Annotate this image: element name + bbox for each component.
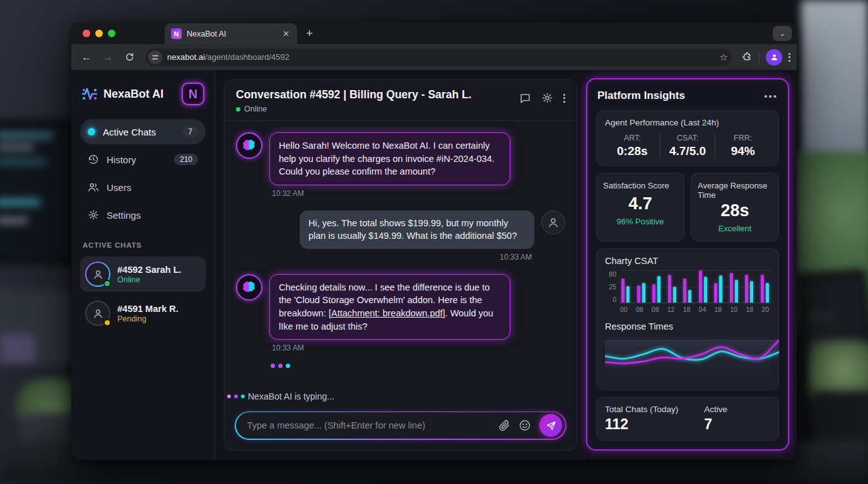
active-chats-section-label: ACTIVE CHATS <box>83 241 203 249</box>
close-window-button[interactable] <box>83 30 90 37</box>
line-chart-title: Response Times <box>605 321 770 331</box>
sidebar-item-active-chats[interactable]: Active Chats 7 <box>80 119 206 144</box>
tab-search-chevron-icon[interactable]: ⌄ <box>773 26 792 41</box>
bot-brain-avatar <box>236 274 262 301</box>
bookmark-star-icon[interactable]: ☆ <box>720 52 728 63</box>
bar-group <box>621 279 630 302</box>
bot-message: Hello Sarah! Welcome to NexaBot AI. I ca… <box>236 132 565 205</box>
charts-card: Charty CSAT 80250 00080812180418101820 R… <box>596 248 779 390</box>
response-times-line-chart <box>605 336 770 375</box>
chat-status: Pending <box>117 314 179 323</box>
browser-toolbar: ← → nexabot.ai/agent/dashboard/4592 ☆ <box>71 44 797 70</box>
conversation-menu-icon[interactable] <box>563 94 565 103</box>
bar-group <box>668 275 676 302</box>
lower-left-monitor <box>0 290 76 366</box>
bar <box>766 283 769 302</box>
conversation-settings-icon[interactable] <box>541 92 553 104</box>
csat-bar-chart: 80250 <box>605 270 770 303</box>
browser-tab[interactable]: N NexaBot AI ✕ <box>165 23 297 44</box>
toolbar-right <box>739 49 790 66</box>
bar-chart-y-tick: 0 <box>605 296 616 303</box>
conversation-status: Online <box>244 105 267 113</box>
bar <box>750 281 753 302</box>
emoji-icon[interactable] <box>519 419 531 432</box>
minimize-window-button[interactable] <box>95 30 103 37</box>
chat-list-item-4591[interactable]: #4591 Mark R. Pending <box>80 296 206 331</box>
history-badge: 210 <box>174 154 198 165</box>
logo-row: NexaBot AI N <box>81 83 204 105</box>
new-tab-button[interactable]: + <box>306 26 313 44</box>
avatar-mark <box>85 301 110 326</box>
user-message: Hi, yes. The total shows $199.99, but my… <box>236 210 565 269</box>
n-logo-badge: N <box>182 83 204 105</box>
stat-csat: CSAT: 4.7/5.0 <box>660 134 715 158</box>
bar-chart-x-tick: 12 <box>667 306 675 313</box>
user-avatar <box>541 210 565 234</box>
bar-chart-x-tick: 00 <box>620 306 628 313</box>
back-button[interactable]: ← <box>78 49 95 66</box>
bar-chart-x-tick: 18 <box>746 306 753 313</box>
satisfaction-sub: 96% Positive <box>603 217 677 226</box>
bar <box>745 275 748 302</box>
url-bar[interactable]: nexabot.ai/agent/dashboard/4592 ☆ <box>146 49 732 66</box>
sidebar-item-settings[interactable]: Settings <box>80 202 206 228</box>
bar-chart-x-tick: 08 <box>652 306 659 313</box>
site-info-icon[interactable] <box>148 50 162 64</box>
bar <box>652 284 655 302</box>
send-button[interactable] <box>539 414 562 437</box>
bot-brain-avatar <box>236 132 262 159</box>
bar-group <box>652 276 660 302</box>
pulse-logo-icon <box>81 86 98 102</box>
composer <box>225 408 577 450</box>
browser-window: N NexaBot AI ✕ + ⌄ ← → nexabot.ai <box>71 23 797 460</box>
maximize-window-button[interactable] <box>108 30 115 37</box>
sidebar: NexaBot AI N Active Chats 7 History 210 <box>71 70 215 460</box>
bar-group <box>745 275 753 302</box>
app-name: NexaBot AI <box>103 88 176 101</box>
chat-bubble-icon[interactable] <box>519 92 531 104</box>
conversation-card: Conversation #4592 | Billing Query - Sar… <box>224 79 577 451</box>
timestamp: 10:33 AM <box>272 343 508 352</box>
agent-performance-card: Agent Performance (Last 24h) ART: 0:28s … <box>596 110 779 166</box>
sidebar-item-history[interactable]: History 210 <box>80 147 206 172</box>
attachment-link[interactable]: [Attachment: breakdown.pdf] <box>329 308 445 318</box>
bar <box>657 276 660 302</box>
typing-indicator: NexaBot AI is typing... <box>225 375 577 408</box>
conversation-title: Conversation #4592 | Billing Query - Sar… <box>236 88 519 101</box>
bar-group <box>730 273 738 302</box>
timestamp: 10:32 AM <box>272 189 508 198</box>
online-dot-icon <box>236 107 240 112</box>
profile-avatar[interactable] <box>766 49 782 66</box>
chat-status: Online <box>117 275 182 284</box>
message-list[interactable]: Hello Sarah! Welcome to NexaBot AI. I ca… <box>225 121 577 375</box>
browser-menu-icon[interactable] <box>789 53 790 62</box>
forward-button[interactable]: → <box>99 49 117 66</box>
bar <box>621 279 625 302</box>
bar <box>688 290 691 302</box>
stat-frr: FRR: 94% <box>715 134 770 158</box>
bar-chart-y-tick: 25 <box>605 283 616 291</box>
stat-art: ART: 0:28s <box>605 134 660 158</box>
window-controls <box>71 23 124 44</box>
bar-group <box>683 279 691 302</box>
bar <box>714 283 717 302</box>
extensions-icon[interactable] <box>742 52 753 62</box>
bar <box>735 280 738 302</box>
message-input[interactable] <box>247 420 491 430</box>
insights-menu-icon[interactable]: ••• <box>764 91 778 101</box>
reload-button[interactable] <box>120 49 138 66</box>
bar-group <box>761 275 769 302</box>
avg-response-card: Average Response Time 28s Excellent <box>691 173 779 241</box>
totals-card: Total Chats (Today) 112 Active 7 <box>596 397 779 441</box>
tab-close-icon[interactable]: ✕ <box>281 29 291 38</box>
attach-paperclip-icon[interactable] <box>498 420 510 432</box>
online-status-dot <box>103 280 111 287</box>
response-sub: Excellent <box>698 224 772 233</box>
sidebar-item-users[interactable]: Users <box>80 175 206 200</box>
conversation-header: Conversation #4592 | Billing Query - Sar… <box>225 80 577 121</box>
chat-list-item-4592[interactable]: #4592 Sarah L. Online <box>80 256 206 292</box>
total-chats-stat: Total Chats (Today) 112 <box>605 405 704 433</box>
bar <box>673 287 676 302</box>
bar-chart-x-tick: 18 <box>683 306 691 313</box>
bar <box>719 275 722 302</box>
